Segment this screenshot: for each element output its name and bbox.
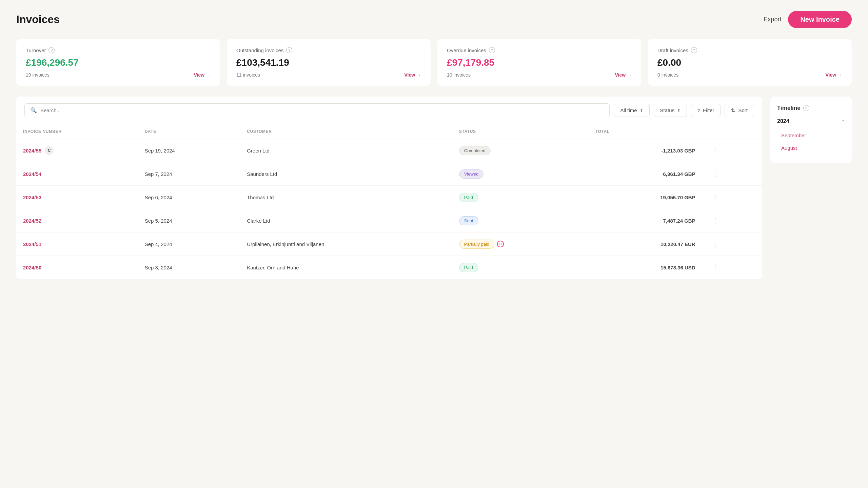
turnover-view-link[interactable]: View →: [194, 72, 211, 78]
outstanding-footer: 11 invoices View →: [236, 72, 421, 78]
new-invoice-button[interactable]: New Invoice: [788, 11, 852, 28]
status-cell: Paid: [452, 186, 589, 209]
timeline-help-icon[interactable]: ?: [803, 105, 809, 111]
outstanding-card: Outstanding invoices ? £103,541.19 11 in…: [227, 39, 431, 86]
time-filter-chevron-icon: ⬍: [640, 108, 643, 113]
turnover-card: Turnover ? £196,296.57 19 invoices View …: [16, 39, 220, 86]
status-badge: Sent: [459, 216, 478, 225]
invoice-num[interactable]: 2024/53: [23, 195, 131, 200]
outstanding-view-link[interactable]: View →: [404, 72, 421, 78]
search-box: 🔍: [24, 103, 610, 117]
outstanding-amount: £103,541.19: [236, 57, 421, 68]
invoice-number-cell: 2024/54: [16, 162, 138, 186]
overdue-view-link[interactable]: View →: [615, 72, 632, 78]
col-customer: CUSTOMER: [240, 124, 452, 139]
timeline-months: SeptemberAugust: [777, 130, 845, 154]
status-filter-chevron-icon: ⬍: [677, 108, 680, 113]
invoice-number-cell: 2024/53: [16, 186, 138, 209]
timeline-title: Timeline: [777, 105, 801, 111]
invoice-num[interactable]: 2024/55 C: [23, 146, 131, 155]
status-filter-select[interactable]: Status ⬍: [654, 104, 687, 117]
total-cell: 7,487.24 GBP: [589, 209, 702, 232]
timeline-month-september[interactable]: September: [777, 130, 845, 141]
date-cell: Sep 7, 2024: [138, 162, 240, 186]
status-filter-label: Status: [660, 107, 675, 113]
page-header: Invoices Export New Invoice: [16, 11, 852, 28]
page-title: Invoices: [16, 13, 60, 26]
overdue-label: Overdue invoices ?: [447, 47, 632, 53]
outstanding-help-icon[interactable]: ?: [286, 47, 292, 53]
more-menu-button[interactable]: ⋮: [709, 168, 721, 179]
status-badge: Paid: [459, 263, 478, 272]
table-row: 2024/53Sep 6, 2024Thomas LtdPaid19,056.7…: [16, 186, 762, 209]
overdue-help-icon[interactable]: ?: [489, 47, 495, 53]
invoice-number-cell: 2024/55 C: [16, 139, 138, 162]
table-row: 2024/55 CSep 19, 2024Green LtdCompleted-…: [16, 139, 762, 162]
more-menu-button[interactable]: ⋮: [709, 239, 721, 249]
status-cell: Viewed: [452, 162, 589, 186]
draft-footer: 0 invoices View →: [657, 72, 842, 78]
filter-button[interactable]: ▿ Filter: [691, 104, 721, 117]
draft-label: Draft invoices ?: [657, 47, 842, 53]
more-menu-button[interactable]: ⋮: [709, 215, 721, 226]
date-cell: Sep 5, 2024: [138, 209, 240, 232]
export-button[interactable]: Export: [764, 16, 781, 23]
invoice-num[interactable]: 2024/54: [23, 171, 131, 177]
toolbar: 🔍 All time ⬍ Status ⬍ ▿ Filter ⇅ Sort: [16, 97, 762, 124]
total-cell: -1,213.03 GBP: [589, 139, 702, 162]
more-menu-button[interactable]: ⋮: [709, 262, 721, 273]
status-cell: Paid: [452, 256, 589, 279]
draft-help-icon[interactable]: ?: [691, 47, 697, 53]
timeline-month-august[interactable]: August: [777, 142, 845, 154]
col-date: DATE: [138, 124, 240, 139]
customer-cell: Urpilainen, Erkinjuntti and Viljanen: [240, 232, 452, 256]
year-row: 2024 ⌃: [777, 118, 845, 124]
invoice-num[interactable]: 2024/51: [23, 241, 131, 247]
turnover-help-icon[interactable]: ?: [48, 47, 55, 53]
draft-amount: £0.00: [657, 57, 842, 68]
more-menu-button[interactable]: ⋮: [709, 145, 721, 156]
invoice-panel: 🔍 All time ⬍ Status ⬍ ▿ Filter ⇅ Sort: [16, 97, 762, 279]
invoice-table: INVOICE NUMBER DATE CUSTOMER STATUS TOTA…: [16, 124, 762, 279]
invoice-badge: C: [45, 146, 54, 155]
action-cell: ⋮: [702, 186, 762, 209]
total-cell: 19,056.70 GBP: [589, 186, 702, 209]
filter-label: Filter: [703, 107, 714, 113]
status-cell: Sent: [452, 209, 589, 232]
timeline-header: Timeline ?: [777, 105, 845, 111]
main-content: 🔍 All time ⬍ Status ⬍ ▿ Filter ⇅ Sort: [16, 97, 852, 279]
overdue-footer: 10 invoices View →: [447, 72, 632, 78]
summary-cards: Turnover ? £196,296.57 19 invoices View …: [16, 39, 852, 86]
date-cell: Sep 19, 2024: [138, 139, 240, 162]
search-input[interactable]: [40, 107, 604, 113]
invoice-num[interactable]: 2024/52: [23, 218, 131, 224]
outstanding-label: Outstanding invoices ?: [236, 47, 421, 53]
table-row: 2024/52Sep 5, 2024Clarke LtdSent7,487.24…: [16, 209, 762, 232]
col-status: STATUS: [452, 124, 589, 139]
action-cell: ⋮: [702, 162, 762, 186]
total-cell: 10,220.47 EUR: [589, 232, 702, 256]
time-filter-label: All time: [620, 107, 637, 113]
customer-cell: Thomas Ltd: [240, 186, 452, 209]
status-badge: Completed: [459, 146, 491, 155]
invoice-num[interactable]: 2024/50: [23, 265, 131, 270]
sort-icon: ⇅: [731, 107, 735, 114]
draft-view-link[interactable]: View →: [825, 72, 842, 78]
table-header-row: INVOICE NUMBER DATE CUSTOMER STATUS TOTA…: [16, 124, 762, 139]
invoice-number-cell: 2024/51: [16, 232, 138, 256]
customer-cell: Green Ltd: [240, 139, 452, 162]
sort-button[interactable]: ⇅ Sort: [725, 104, 754, 117]
clock-icon: ⏱: [497, 241, 504, 247]
invoice-number-cell: 2024/50: [16, 256, 138, 279]
outstanding-count: 11 invoices: [236, 72, 260, 78]
col-invoice-number: INVOICE NUMBER: [16, 124, 138, 139]
header-actions: Export New Invoice: [764, 11, 852, 28]
more-menu-button[interactable]: ⋮: [709, 192, 721, 203]
year-label: 2024: [777, 118, 789, 124]
sort-label: Sort: [738, 107, 748, 113]
draft-count: 0 invoices: [657, 72, 678, 78]
time-filter-select[interactable]: All time ⬍: [614, 104, 649, 117]
turnover-footer: 19 invoices View →: [26, 72, 211, 78]
table-row: 2024/51Sep 4, 2024Urpilainen, Erkinjuntt…: [16, 232, 762, 256]
collapse-icon[interactable]: ⌃: [841, 119, 845, 124]
